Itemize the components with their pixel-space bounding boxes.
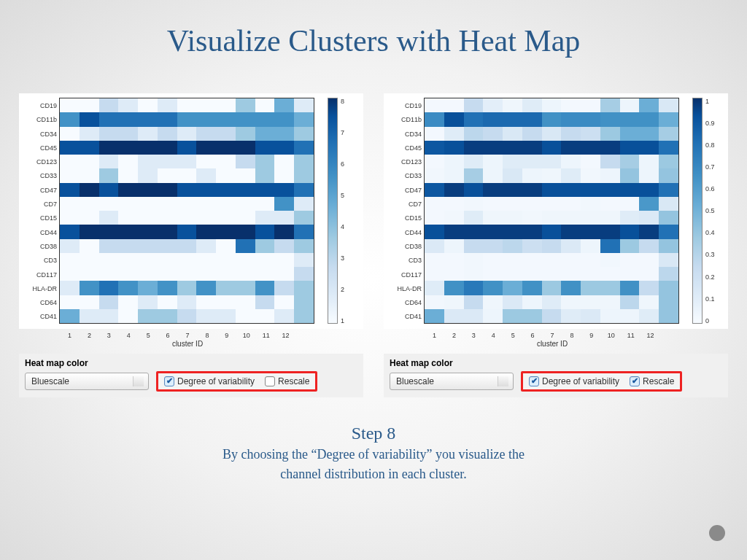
colorscale-dropdown[interactable]: Bluescale ▴▾ xyxy=(390,373,514,390)
heatmap-left: CD19CD11bCD34CD45CD123CD33CD47CD7CD15CD4… xyxy=(19,93,363,329)
rescale-checkbox[interactable]: Rescale xyxy=(265,376,309,386)
controls-right: Heat map color Bluescale ▴▾ ✔ Degree of … xyxy=(384,354,728,397)
colorbar-gradient xyxy=(692,98,703,324)
page-title: Visualize Clusters with Heat Map xyxy=(0,0,747,58)
heatmap-grid xyxy=(424,98,679,324)
heatmap-color-label: Heat map color xyxy=(390,358,722,368)
colorbar-ticks: 87654321 xyxy=(338,98,344,324)
variability-checkbox[interactable]: ✔ Degree of variability xyxy=(164,376,255,386)
y-axis-labels: CD19CD11bCD34CD45CD123CD33CD47CD7CD15CD4… xyxy=(22,98,59,324)
step-description-line2: channel distribution in each cluster. xyxy=(0,466,747,483)
checkbox-label: Degree of variability xyxy=(177,376,255,386)
variability-checkbox[interactable]: ✔ Degree of variability xyxy=(529,376,619,386)
checkbox-label: Rescale xyxy=(278,376,309,386)
panels-row: CD19CD11bCD34CD45CD123CD33CD47CD7CD15CD4… xyxy=(0,58,747,397)
dropdown-value: Bluescale xyxy=(396,376,434,386)
checkbox-icon: ✔ xyxy=(529,376,539,386)
step-description-line1: By choosing the “Degree of variability” … xyxy=(0,446,747,463)
colorbar: 10.90.80.70.60.50.40.30.20.10 xyxy=(692,98,715,324)
rescale-checkbox[interactable]: ✔ Rescale xyxy=(630,376,674,386)
heatmap-right: CD19CD11bCD34CD45CD123CD33CD47CD7CD15CD4… xyxy=(384,93,728,329)
highlight-box: ✔ Degree of variability Rescale xyxy=(156,371,317,392)
heatmap-color-label: Heat map color xyxy=(25,358,357,368)
colorbar-ticks: 10.90.80.70.60.50.40.30.20.10 xyxy=(703,98,715,324)
dropdown-value: Bluescale xyxy=(31,376,69,386)
y-axis-labels: CD19CD11bCD34CD45CD123CD33CD47CD7CD15CD4… xyxy=(387,98,424,324)
dropdown-arrows-icon: ▴▾ xyxy=(139,377,142,387)
step-block: Step 8 By choosing the “Degree of variab… xyxy=(0,424,747,483)
step-number: Step 8 xyxy=(0,424,747,443)
checkbox-icon: ✔ xyxy=(164,376,174,386)
colorscale-dropdown[interactable]: Bluescale ▴▾ xyxy=(25,373,149,390)
dropdown-arrows-icon: ▴▾ xyxy=(503,377,506,387)
checkbox-icon: ✔ xyxy=(630,376,640,386)
checkbox-label: Degree of variability xyxy=(542,376,619,386)
colorbar-gradient xyxy=(328,98,338,324)
checkbox-icon xyxy=(265,376,275,386)
controls-left: Heat map color Bluescale ▴▾ ✔ Degree of … xyxy=(19,354,363,397)
x-axis-label: cluster ID xyxy=(60,340,315,348)
panel-right: CD19CD11bCD34CD45CD123CD33CD47CD7CD15CD4… xyxy=(384,93,728,397)
decorative-dot-icon xyxy=(709,525,725,541)
colorbar: 87654321 xyxy=(328,98,344,324)
x-axis-ticks: 123456789101112 xyxy=(60,332,315,339)
x-axis-label: cluster ID xyxy=(425,340,680,348)
highlight-box: ✔ Degree of variability ✔ Rescale xyxy=(521,371,682,392)
x-axis-ticks: 123456789101112 xyxy=(425,332,680,339)
panel-left: CD19CD11bCD34CD45CD123CD33CD47CD7CD15CD4… xyxy=(19,93,363,397)
heatmap-grid xyxy=(59,98,314,324)
checkbox-label: Rescale xyxy=(643,376,674,386)
